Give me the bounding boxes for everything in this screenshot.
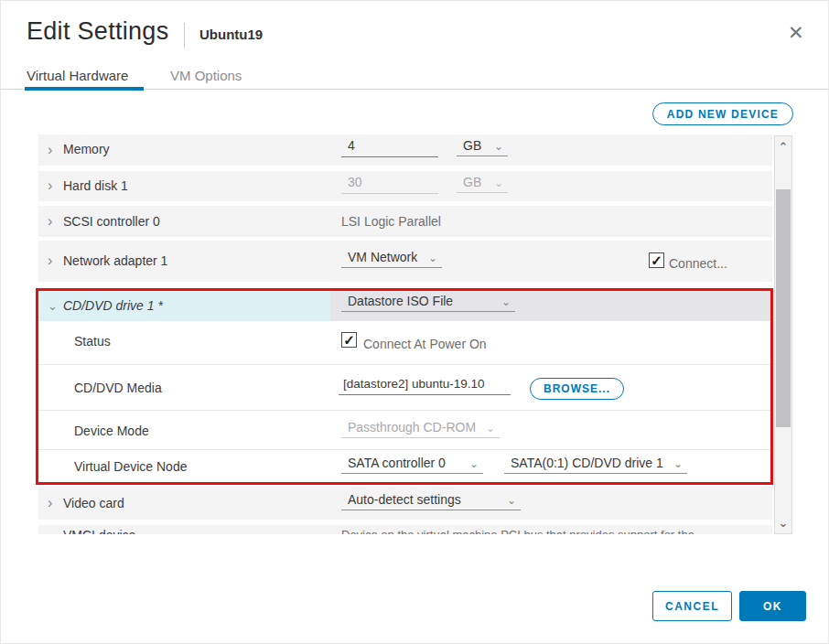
cd-dvd-media-input[interactable]: [datastore2] ubuntu-19.10 — [339, 377, 511, 395]
hard-disk-unit-dropdown[interactable]: GB ⌄ — [457, 175, 508, 193]
network-connect-label: Connect... — [669, 256, 727, 271]
chevron-down-icon: ⌄ — [494, 177, 503, 189]
tab-vm-options[interactable]: VM Options — [170, 68, 242, 83]
network-dropdown[interactable]: VM Network ⌄ — [341, 250, 442, 268]
connect-at-power-on-label: Connect At Power On — [363, 337, 487, 351]
virtual-device-node-label: Virtual Device Node — [74, 459, 187, 474]
status-label: Status — [74, 334, 111, 349]
browse-button[interactable]: BROWSE... — [530, 378, 624, 400]
chevron-down-icon: ⌄ — [469, 458, 479, 470]
row-virtual-device-node: Virtual Device Node SATA controller 0 ⌄ … — [38, 449, 772, 483]
row-memory[interactable]: › Memory 4 GB ⌄ — [38, 134, 772, 166]
video-card-label: Video card — [63, 496, 124, 510]
chevron-down-icon: ⌄ — [486, 423, 495, 435]
scsi-controller-value: LSI Logic Parallel — [341, 214, 441, 229]
device-mode-dropdown[interactable]: Passthrough CD-ROM ⌄ — [341, 420, 500, 438]
chevron-right-icon[interactable]: › — [48, 496, 52, 510]
tab-virtual-hardware[interactable]: Virtual Hardware — [27, 68, 128, 83]
chevron-down-icon: ⌄ — [507, 495, 516, 507]
row-device-mode: Device Mode Passthrough CD-ROM ⌄ — [38, 410, 772, 449]
chevron-down-icon[interactable]: ⌄ — [48, 300, 58, 312]
sata-node-dropdown[interactable]: SATA(0:1) CD/DVD drive 1 ⌄ — [504, 456, 687, 474]
vm-name: Ubuntu19 — [199, 27, 263, 42]
memory-unit-dropdown[interactable]: GB ⌄ — [457, 138, 508, 156]
ok-button[interactable]: OK — [739, 591, 806, 621]
device-mode-label: Device Mode — [74, 424, 149, 438]
chevron-right-icon[interactable]: › — [48, 178, 52, 193]
row-vmci-device-clipped[interactable]: VMCI device Device on the virtual machin… — [38, 525, 772, 534]
row-cd-dvd-drive[interactable]: ⌄ CD/DVD drive 1 * Datastore ISO File ⌄ — [38, 291, 772, 321]
page-title: Edit Settings — [27, 17, 169, 46]
chevron-down-icon: ⌄ — [428, 252, 437, 264]
edit-settings-dialog: Edit Settings Ubuntu19 ✕ Virtual Hardwar… — [0, 0, 829, 644]
video-card-dropdown[interactable]: Auto-detect settings ⌄ — [341, 492, 521, 510]
chevron-right-icon[interactable]: › — [48, 143, 52, 157]
vertical-scrollbar[interactable]: ⌃ ⌄ — [774, 135, 792, 534]
chevron-right-icon[interactable]: › — [48, 253, 52, 268]
hard-disk-label: Hard disk 1 — [63, 178, 128, 193]
scroll-up-icon[interactable]: ⌃ — [775, 141, 791, 153]
cancel-button[interactable]: CANCEL — [652, 591, 732, 621]
hard-disk-size-input[interactable]: 30 — [341, 175, 438, 194]
row-status: Status ✓ Connect At Power On — [38, 321, 772, 364]
chevron-right-icon[interactable]: › — [48, 214, 52, 229]
scsi-controller-label: SCSI controller 0 — [63, 214, 160, 229]
row-video-card[interactable]: › Video card Auto-detect settings ⌄ — [38, 487, 772, 520]
network-adapter-label: Network adapter 1 — [63, 253, 167, 268]
chevron-down-icon: ⌄ — [494, 141, 503, 153]
network-connect-checkbox[interactable]: ✓ — [649, 252, 664, 268]
title-divider — [184, 23, 185, 48]
row-scsi-controller[interactable]: › SCSI controller 0 LSI Logic Parallel — [38, 206, 772, 237]
row-network-adapter[interactable]: › Network adapter 1 VM Network ⌄ ✓ Conne… — [38, 241, 772, 282]
scrollbar-thumb[interactable] — [776, 189, 791, 427]
row-cd-dvd-media: CD/DVD Media [datastore2] ubuntu-19.10 B… — [38, 364, 772, 410]
memory-label: Memory — [63, 142, 110, 156]
chevron-down-icon: ⌄ — [501, 296, 511, 308]
cd-dvd-source-dropdown[interactable]: Datastore ISO File ⌄ — [341, 294, 515, 312]
vmci-device-label: VMCI device — [63, 528, 135, 534]
cd-dvd-drive-label: CD/DVD drive 1 * — [63, 298, 163, 313]
cd-dvd-media-label: CD/DVD Media — [74, 381, 162, 395]
vmci-device-description: Device on the virtual machine PCI bus th… — [341, 528, 705, 534]
close-icon[interactable]: ✕ — [788, 23, 804, 42]
connect-at-power-on-checkbox[interactable]: ✓ — [341, 332, 357, 348]
chevron-down-icon: ⌄ — [673, 458, 683, 470]
active-tab-underline — [25, 87, 144, 91]
add-new-device-button[interactable]: ADD NEW DEVICE — [652, 102, 793, 125]
row-hard-disk[interactable]: › Hard disk 1 30 GB ⌄ — [38, 171, 772, 201]
sata-controller-dropdown[interactable]: SATA controller 0 ⌄ — [341, 456, 483, 474]
scroll-down-icon[interactable]: ⌄ — [775, 517, 791, 529]
memory-value-input[interactable]: 4 — [341, 138, 438, 157]
